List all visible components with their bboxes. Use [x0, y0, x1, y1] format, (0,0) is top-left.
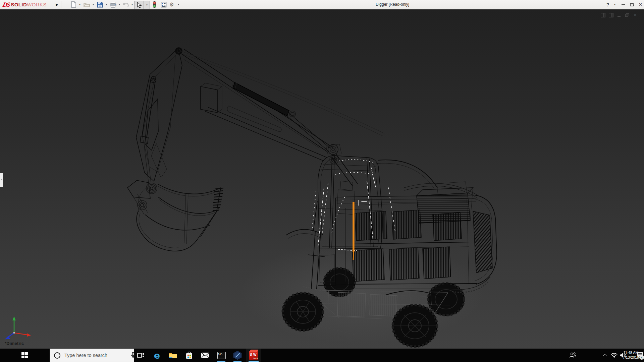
pane-right-icon: [609, 13, 613, 17]
doc-restore-icon: [625, 13, 629, 17]
undo-button[interactable]: [122, 1, 130, 8]
print-button[interactable]: [109, 1, 117, 8]
open-dropdown[interactable]: ▾: [91, 1, 95, 8]
options-dropdown[interactable]: ▾: [176, 1, 180, 8]
edge-icon: e: [154, 350, 160, 361]
file-properties-button[interactable]: [160, 1, 168, 8]
solidworks-taskbar-button[interactable]: SW 2017: [246, 349, 261, 362]
search-input[interactable]: [60, 353, 127, 358]
command-prompt-icon: C:\: [217, 352, 226, 359]
selected-edge[interactable]: [353, 202, 354, 260]
solidworks-app-icon: SW 2017: [249, 351, 258, 360]
people-icon: [569, 352, 576, 359]
select-cursor-icon: [137, 2, 142, 8]
file-explorer-icon: [169, 352, 177, 359]
open-folder-icon: [84, 2, 90, 7]
file-explorer-button[interactable]: [166, 349, 180, 362]
action-center-button[interactable]: 4: [637, 349, 644, 362]
select-button[interactable]: [134, 1, 144, 9]
feature-tree-flyout-tab[interactable]: [0, 173, 3, 187]
notification-badge: 4: [639, 355, 644, 360]
taskbar-search-box[interactable]: [50, 349, 134, 362]
digger-wireframe-model[interactable]: [0, 0, 644, 362]
document-window-controls: ✕: [600, 13, 638, 17]
select-dropdown[interactable]: ▾: [144, 1, 150, 9]
wifi-icon: [610, 352, 618, 358]
model-boom[interactable]: [127, 48, 182, 215]
save-floppy-icon: [97, 2, 103, 8]
minimize-document-button[interactable]: [616, 13, 622, 17]
print-dropdown[interactable]: ▾: [117, 1, 121, 8]
mail-button[interactable]: [198, 349, 213, 362]
minimize-icon: [622, 4, 625, 5]
help-button[interactable]: ?: [604, 0, 612, 9]
open-button[interactable]: [83, 1, 91, 8]
edge-button[interactable]: e: [150, 349, 164, 362]
doc-close-icon: ✕: [633, 13, 637, 17]
task-view-icon: [137, 352, 145, 359]
windows-logo-icon: [21, 352, 28, 358]
new-dropdown[interactable]: ▾: [78, 1, 82, 8]
flyout-dot-icon: [1, 179, 2, 180]
new-button[interactable]: [69, 1, 77, 8]
save-button[interactable]: [96, 1, 104, 8]
model-arm[interactable]: [180, 49, 384, 186]
sw-letters: SW: [249, 353, 258, 356]
printer-icon: [110, 2, 116, 8]
task-view-button[interactable]: [133, 349, 148, 362]
store-icon: [185, 351, 193, 359]
show-pane-left-button[interactable]: [600, 13, 605, 17]
cortana-circle-icon: [54, 352, 60, 359]
edrawings-button[interactable]: [230, 349, 245, 362]
close-icon: ✕: [639, 2, 642, 7]
show-hidden-icons-button[interactable]: [600, 349, 609, 362]
restore-document-button[interactable]: [625, 13, 630, 17]
solidworks-logo: DS SOLIDWORKS: [3, 0, 47, 9]
minimize-window-button[interactable]: [619, 0, 627, 9]
close-window-button[interactable]: ✕: [637, 0, 644, 9]
network-tray-button[interactable]: [610, 349, 619, 362]
brand-solid-text: SOLID: [11, 2, 27, 7]
y-axis-icon: [12, 316, 16, 320]
rebuild-button[interactable]: [150, 1, 158, 8]
show-pane-right-button[interactable]: [608, 13, 613, 17]
undo-arrow-icon: [122, 2, 129, 7]
brand-works-text: WORKS: [27, 2, 47, 7]
options-button[interactable]: ⚙: [168, 1, 176, 8]
restore-icon: [630, 3, 634, 6]
menu-flyout-button[interactable]: ▶: [53, 1, 61, 8]
view-orientation-label: *Dimetric: [5, 341, 24, 346]
pane-left-icon: [601, 13, 605, 17]
x-axis-icon: [27, 333, 31, 337]
save-dropdown[interactable]: ▾: [104, 1, 108, 8]
new-document-icon: [71, 1, 76, 8]
store-button[interactable]: [182, 349, 197, 362]
orientation-triad: [2, 314, 36, 341]
title-bar: DS SOLIDWORKS ▶ ▾ ▾ ▾: [0, 0, 644, 9]
start-button[interactable]: [13, 349, 36, 362]
file-properties-icon: [161, 2, 167, 8]
help-dropdown[interactable]: ▾: [612, 0, 617, 9]
document-title: Digger [Read-only]: [376, 0, 409, 9]
help-icon: ?: [606, 2, 609, 7]
rebuild-traffic-light-icon: [153, 1, 156, 8]
edrawings-hexagon-icon: [233, 351, 242, 360]
command-prompt-button[interactable]: C:\: [214, 349, 229, 362]
chevron-up-icon: [603, 354, 607, 358]
people-tray-button[interactable]: [568, 349, 577, 362]
mail-icon: [201, 352, 210, 359]
undo-dropdown[interactable]: ▾: [130, 1, 134, 8]
sw-year: 2017: [253, 357, 258, 360]
ds-logo-icon: DS: [2, 1, 10, 8]
model-body[interactable]: [286, 160, 497, 298]
doc-minimize-icon: [618, 16, 621, 17]
windows-taskbar: e C:\ SW 2017: [0, 349, 644, 362]
restore-window-button[interactable]: [628, 0, 636, 9]
close-document-button[interactable]: ✕: [633, 13, 638, 17]
caret-icon: ▾: [614, 3, 615, 6]
